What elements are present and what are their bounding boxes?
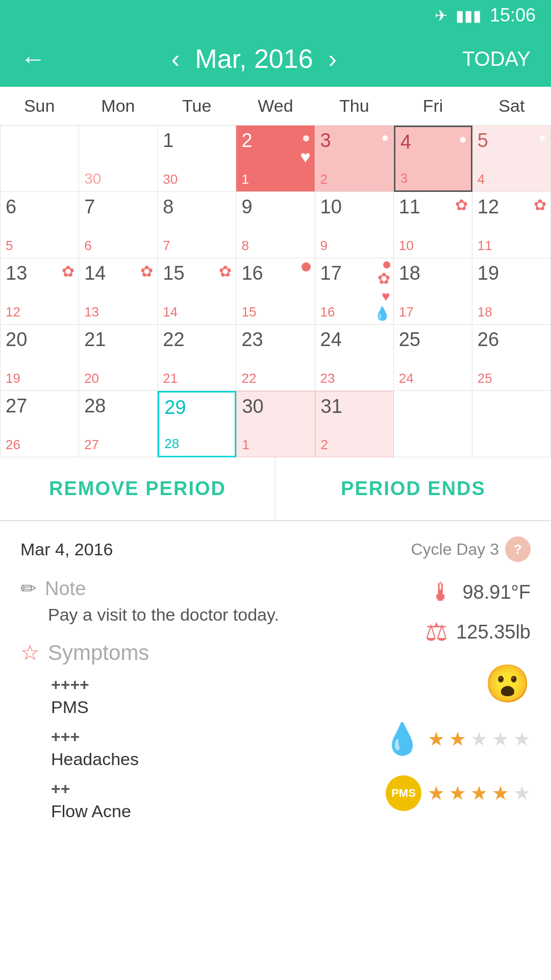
pencil-icon[interactable]: ✏ — [20, 577, 37, 600]
pms-drop-icon: 💧 — [383, 721, 421, 757]
cal-cell-empty3 — [472, 391, 551, 457]
symptom-acne-name: Flow Acne — [51, 801, 357, 821]
cal-cell-3[interactable]: 3 2 ● — [315, 126, 394, 192]
star-2[interactable]: ★ — [449, 728, 466, 750]
status-icons: ✈ ▮▮▮ 15:06 — [435, 5, 536, 26]
note-label: Note — [45, 578, 86, 600]
star-1[interactable]: ★ — [428, 728, 445, 750]
weight-value: 125.35lb — [456, 621, 531, 643]
flower-icon-13: ✿ — [62, 262, 74, 280]
cal-cell-23[interactable]: 23 22 — [236, 325, 315, 391]
action-buttons: REMOVE PERIOD PERIOD ENDS — [0, 457, 551, 521]
star-h2[interactable]: ★ — [449, 782, 466, 804]
left-detail: ✏ Note Pay a visit to the doctor today. … — [20, 577, 357, 824]
cal-cell-13[interactable]: 13 12 ✿ — [1, 258, 79, 325]
headache-rating-row: PMS ★ ★ ★ ★ ★ — [386, 775, 531, 811]
flower-icon-12: ✿ — [534, 196, 546, 214]
star-h4[interactable]: ★ — [492, 782, 509, 804]
pms-stars: ★ ★ ★ ★ ★ — [428, 728, 531, 750]
month-nav: ‹ Mar, 2016 › — [171, 43, 337, 74]
day-sun: Sun — [0, 87, 79, 125]
cal-cell-26[interactable]: 26 25 — [472, 325, 551, 391]
cal-cell-30[interactable]: 30 1 — [236, 391, 315, 457]
cal-cell-21[interactable]: 21 20 — [79, 325, 158, 391]
symptom-acne-level: ++ — [51, 779, 357, 798]
cal-cell-24[interactable]: 24 23 — [315, 325, 394, 391]
symptoms-section: ☆ Symptoms ++++ PMS +++ Headaches — [20, 640, 357, 821]
cal-cell-8[interactable]: 8 7 — [158, 192, 236, 258]
day-mon: Mon — [79, 87, 157, 125]
cal-cell-25[interactable]: 25 24 — [394, 325, 472, 391]
cal-cell-1[interactable]: 1 30 — [158, 126, 236, 192]
cal-cell-2[interactable]: 2 1 ● ♥ — [236, 126, 315, 192]
star-h1[interactable]: ★ — [428, 782, 445, 804]
star-3[interactable]: ★ — [470, 728, 488, 750]
status-time: 15:06 — [490, 5, 536, 26]
symptom-headache-level: +++ — [51, 727, 357, 746]
cal-cell-12[interactable]: 12 11 ✿ — [472, 192, 551, 258]
cal-cell-9[interactable]: 9 8 — [236, 192, 315, 258]
calendar-header: ← ‹ Mar, 2016 › TODAY — [0, 31, 551, 87]
day-headers: Sun Mon Tue Wed Thu Fri Sat — [0, 87, 551, 126]
cal-cell-28[interactable]: 28 27 — [79, 391, 158, 457]
cal-cell-6[interactable]: 6 5 — [1, 192, 79, 258]
cal-cell-14[interactable]: 14 13 ✿ — [79, 258, 158, 325]
cal-cell-11[interactable]: 11 10 ✿ — [394, 192, 472, 258]
day-tue: Tue — [158, 87, 236, 125]
symptom-headache-name: Headaches — [51, 749, 357, 769]
note-header: ✏ Note — [20, 577, 357, 600]
remove-period-button[interactable]: REMOVE PERIOD — [0, 457, 276, 520]
back-button[interactable]: ← — [20, 44, 46, 74]
star-h5[interactable]: ★ — [513, 782, 531, 804]
cal-cell-empty2 — [394, 391, 472, 457]
scale-icon: ⚖ — [425, 617, 448, 647]
cal-cell-empty[interactable] — [1, 126, 79, 192]
period-ends-button[interactable]: PERIOD ENDS — [276, 457, 551, 520]
right-detail: 🌡 98.91°F ⚖ 125.35lb 😮 💧 ★ ★ ★ ★ — [357, 577, 531, 824]
cal-cell-20[interactable]: 20 19 — [1, 325, 79, 391]
calendar-grid: 30 1 30 2 1 ● ♥ 3 2 ● 4 3 ● 5 4 ● 6 5 — [0, 126, 551, 457]
temperature-value: 98.91°F — [462, 581, 531, 603]
flower-icon-14: ✿ — [140, 262, 153, 280]
cal-cell-5[interactable]: 5 4 ● — [472, 126, 551, 192]
symptom-pms-name: PMS — [51, 697, 357, 717]
star-4[interactable]: ★ — [492, 728, 509, 750]
flower-icon-15: ✿ — [219, 262, 232, 280]
day-thu: Thu — [315, 87, 393, 125]
cycle-help-badge[interactable]: ? — [505, 536, 531, 562]
symptom-list: ++++ PMS +++ Headaches ++ Flow — [51, 675, 357, 821]
cal-cell-19[interactable]: 19 18 — [472, 258, 551, 325]
detail-cycle: Cycle Day 3 ? — [411, 536, 531, 562]
cal-cell-7[interactable]: 7 6 — [79, 192, 158, 258]
cal-cell-31[interactable]: 31 2 — [315, 391, 394, 457]
cal-cell-10[interactable]: 10 9 — [315, 192, 394, 258]
day-fri: Fri — [393, 87, 472, 125]
detail-date: Mar 4, 2016 — [20, 540, 113, 559]
star-5[interactable]: ★ — [513, 728, 531, 750]
cal-cell-27[interactable]: 27 26 — [1, 391, 79, 457]
symptom-pms-level: ++++ — [51, 675, 357, 694]
detail-section: Mar 4, 2016 Cycle Day 3 ? ✏ Note Pay a v… — [0, 521, 551, 840]
temperature-metric: 🌡 98.91°F — [429, 577, 531, 607]
cal-cell-18[interactable]: 18 17 — [394, 258, 472, 325]
cal-cell-prev30[interactable]: 30 — [79, 126, 158, 192]
airplane-icon: ✈ — [435, 7, 447, 24]
cal-cell-15[interactable]: 15 14 ✿ — [158, 258, 236, 325]
flower-icon-11: ✿ — [455, 196, 468, 214]
prev-month-button[interactable]: ‹ — [171, 44, 180, 74]
pms-rating-row: 💧 ★ ★ ★ ★ ★ — [383, 721, 531, 757]
cal-cell-4[interactable]: 4 3 ● — [394, 126, 472, 192]
note-text: Pay a visit to the doctor today. — [48, 605, 357, 625]
cal-cell-16[interactable]: 16 15 — [236, 258, 315, 325]
today-button[interactable]: TODAY — [462, 47, 531, 70]
month-title: Mar, 2016 — [195, 43, 313, 74]
cal-cell-17[interactable]: 17 16 ✿ ♥ 💧 — [315, 258, 394, 325]
star-h3[interactable]: ★ — [470, 782, 488, 804]
pms-badge: PMS — [386, 775, 421, 811]
cal-cell-29[interactable]: 29 28 — [158, 391, 236, 457]
cycle-day-label: Cycle Day 3 — [411, 540, 499, 559]
cal-cell-22[interactable]: 22 21 — [158, 325, 236, 391]
next-month-button[interactable]: › — [329, 44, 337, 74]
headache-stars: ★ ★ ★ ★ ★ — [428, 782, 531, 804]
mood-emoji[interactable]: 😮 — [485, 662, 531, 705]
